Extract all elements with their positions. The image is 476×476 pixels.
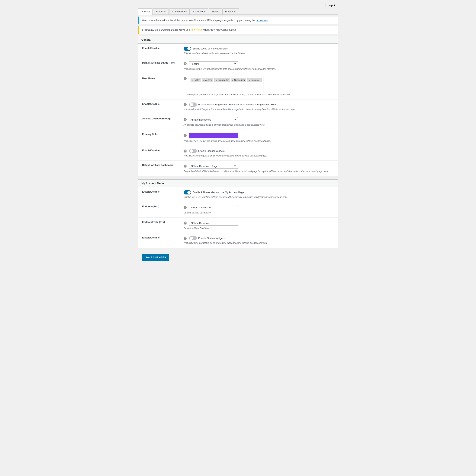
help-icon-enable-disable-3[interactable]: ? bbox=[183, 150, 187, 153]
tag-subscriber: ×Subscriber bbox=[231, 78, 246, 82]
field-enable-disable-3: ? Enable Sidebar Widgets This allows the… bbox=[180, 146, 338, 160]
field-enable-disable-1: Enable WooCommerce Affiliates This allow… bbox=[180, 44, 338, 58]
help-icon-endpoint-pro[interactable]: ? bbox=[183, 206, 187, 209]
settings-row-enable-disable-3: Enable/Disable ? Enable Sidebar Widgets … bbox=[138, 146, 338, 160]
settings-row-enable-disable-2: Enable/Disable ? Enable Affiliate Regist… bbox=[138, 99, 338, 114]
help-icon-user-roles[interactable]: ? bbox=[183, 77, 187, 80]
select-default-affiliate-status[interactable]: PendingActiveInactive bbox=[189, 61, 238, 66]
label-enable-disable-5: Enable/Disable bbox=[138, 233, 180, 248]
label-default-affiliate-dashboard: Default Affiliate Dashboard bbox=[138, 160, 180, 176]
desc-enable-disable-4: Disable this if you want the affiliate d… bbox=[183, 195, 334, 199]
tab-shortcodes[interactable]: Shortcodes bbox=[190, 8, 208, 15]
label-enable-disable-3: Enable/Disable bbox=[138, 146, 180, 160]
field-endpoint-pro: ? Default: affiliate-dashboard bbox=[180, 202, 338, 217]
label-user-roles: User Roles bbox=[138, 74, 180, 99]
toggle-enable-disable-3[interactable] bbox=[189, 149, 197, 153]
settings-row-enable-disable-1: Enable/Disable Enable WooCommerce Affili… bbox=[138, 44, 338, 58]
label-primary-color: Primary Color bbox=[138, 130, 180, 146]
settings-row-enable-disable-4: Enable/Disable Enable Affiliates Menu on… bbox=[138, 187, 338, 202]
label-default-affiliate-status: Default Affiliate Status [Pro] bbox=[138, 58, 180, 74]
tab-endpoints[interactable]: Endpoints bbox=[222, 8, 239, 15]
label-enable-disable-1: Enable/Disable bbox=[138, 44, 180, 58]
desc-endpoint-pro: Default: affiliate-dashboard bbox=[183, 211, 334, 214]
help-icon-affiliate-dashboard-page[interactable]: ? bbox=[183, 118, 187, 121]
section-my-account-menu: My Account MenuEnable/Disable Enable Aff… bbox=[138, 179, 338, 248]
tab-general[interactable]: General bbox=[138, 8, 152, 15]
pro-version-link[interactable]: pro version bbox=[256, 19, 268, 22]
settings-row-endpoint-pro: Endpoint [Pro] ? Default: affiliate-dash… bbox=[138, 202, 338, 217]
help-icon-enable-disable-2[interactable]: ? bbox=[183, 103, 187, 106]
desc-endpoint-title-pro: Default: Affiliate Dashboard bbox=[183, 227, 334, 230]
toggle-enable-disable-2[interactable] bbox=[189, 102, 197, 107]
rating-notice: If you really like our plugin, please le… bbox=[138, 26, 338, 34]
toggle-enable-disable-4[interactable] bbox=[183, 190, 191, 194]
tag-remove-editor[interactable]: × bbox=[192, 79, 193, 81]
pro-notice: Want more advanced functionalities in yo… bbox=[138, 17, 338, 24]
field-affiliate-dashboard-page: ? Affiliate Dashboard An affiliate dashb… bbox=[180, 114, 338, 130]
help-icon-enable-disable-5[interactable]: ? bbox=[183, 237, 187, 240]
field-default-affiliate-dashboard: ? Affiliate Dashboard PageMy Account Pag… bbox=[180, 160, 338, 176]
settings-row-affiliate-dashboard-page: Affiliate Dashboard Page ? Affiliate Das… bbox=[138, 114, 338, 130]
settings-row-primary-color: Primary Color ? This color gets used in … bbox=[138, 130, 338, 146]
desc-default-affiliate-status: This affiliate status will get assigned … bbox=[183, 67, 334, 71]
settings-row-user-roles: User Roles ? ×Editor×Author×Contributor×… bbox=[138, 74, 338, 99]
label-affiliate-dashboard-page: Affiliate Dashboard Page bbox=[138, 114, 180, 130]
toggle-label-enable-disable-1: Enable WooCommerce Affiliates bbox=[193, 47, 228, 50]
settings-row-enable-disable-5: Enable/Disable ? Enable Sidebar Widgets … bbox=[138, 233, 338, 248]
help-button[interactable]: Help ▼ bbox=[326, 3, 338, 7]
field-default-affiliate-status: ? PendingActiveInactive This affiliate s… bbox=[180, 58, 338, 74]
desc-enable-disable-2: You can disable this option if you want … bbox=[183, 108, 334, 111]
nav-tabs: GeneralReferralsCommissionsShortcodesEma… bbox=[138, 8, 338, 15]
section-header-my-account-menu: My Account Menu bbox=[138, 180, 338, 187]
label-endpoint-title-pro: Endpoint Title [Pro] bbox=[138, 217, 180, 233]
help-icon-default-affiliate-status[interactable]: ? bbox=[183, 62, 187, 65]
desc-primary-color: This color gets used in the styling of s… bbox=[183, 139, 334, 143]
help-icon-default-affiliate-dashboard[interactable]: ? bbox=[183, 165, 187, 168]
desc-affiliate-dashboard-page: An affiliate dashboard page is already c… bbox=[183, 123, 334, 127]
settings-row-default-affiliate-status: Default Affiliate Status [Pro] ? Pending… bbox=[138, 58, 338, 74]
desc-enable-disable-3: This allows the widgets to be shown on t… bbox=[183, 154, 334, 157]
settings-row-default-affiliate-dashboard: Default Affiliate Dashboard ? Affiliate … bbox=[138, 160, 338, 176]
field-primary-color: ? This color gets used in the styling of… bbox=[180, 130, 338, 146]
tab-commissions[interactable]: Commissions bbox=[169, 8, 190, 15]
tag-author: ×Author bbox=[202, 78, 213, 82]
tag-contributor: ×Contributor bbox=[214, 78, 230, 82]
tag-remove-author[interactable]: × bbox=[203, 79, 204, 81]
toggle-label-enable-disable-3: Enable Sidebar Widgets bbox=[198, 150, 224, 152]
tab-referrals[interactable]: Referrals bbox=[153, 8, 169, 15]
tag-remove-customer[interactable]: × bbox=[249, 79, 250, 81]
tag-remove-subscriber[interactable]: × bbox=[232, 79, 233, 81]
label-endpoint-pro: Endpoint [Pro] bbox=[138, 202, 180, 217]
desc-user-roles: Leave empty if you don't want to provide… bbox=[183, 93, 334, 96]
select-affiliate-dashboard-page[interactable]: Affiliate Dashboard bbox=[189, 117, 238, 122]
field-endpoint-title-pro: ? Default: Affiliate Dashboard bbox=[180, 217, 338, 233]
field-enable-disable-4: Enable Affiliates Menu on the My Account… bbox=[180, 187, 338, 202]
section-general: GeneralEnable/Disable Enable WooCommerce… bbox=[138, 36, 338, 176]
top-bar: Help ▼ bbox=[138, 2, 338, 8]
label-enable-disable-4: Enable/Disable bbox=[138, 187, 180, 202]
label-enable-disable-2: Enable/Disable bbox=[138, 99, 180, 114]
input-endpoint-title-pro[interactable] bbox=[189, 221, 238, 226]
section-header-general: General bbox=[138, 36, 338, 44]
toggle-label-enable-disable-5: Enable Sidebar Widgets bbox=[198, 237, 224, 239]
tab-emails[interactable]: Emails bbox=[209, 8, 222, 15]
toggle-enable-disable-5[interactable] bbox=[189, 236, 197, 240]
tag-customer: ×Customer bbox=[247, 78, 261, 82]
tags-container-user-roles[interactable]: ×Editor×Author×Contributor×Subscriber×Cu… bbox=[189, 77, 263, 92]
field-enable-disable-5: ? Enable Sidebar Widgets This allows the… bbox=[180, 233, 338, 248]
desc-default-affiliate-dashboard: Select the default affiliate dashboard u… bbox=[183, 170, 334, 173]
input-endpoint-pro[interactable] bbox=[189, 205, 238, 210]
color-input-primary-color[interactable] bbox=[189, 133, 238, 138]
select-default-affiliate-dashboard[interactable]: Affiliate Dashboard PageMy Account Page bbox=[189, 164, 238, 169]
desc-enable-disable-5: This allows the widgets to be shown on t… bbox=[183, 241, 334, 245]
tag-remove-contributor[interactable]: × bbox=[216, 79, 217, 81]
settings-row-endpoint-title-pro: Endpoint Title [Pro] ? Default: Affiliat… bbox=[138, 217, 338, 233]
desc-enable-disable-1: This allows the module functionality to … bbox=[183, 52, 334, 55]
help-icon-endpoint-title-pro[interactable]: ? bbox=[183, 221, 187, 224]
help-icon-primary-color[interactable]: ? bbox=[183, 134, 187, 137]
save-button[interactable]: SAVE CHANGES bbox=[142, 254, 169, 261]
toggle-enable-disable-1[interactable] bbox=[183, 47, 191, 51]
toggle-label-enable-disable-2: Enable Affiliate Registration Fields on … bbox=[198, 103, 277, 106]
field-user-roles: ? ×Editor×Author×Contributor×Subscriber×… bbox=[180, 74, 338, 99]
field-enable-disable-2: ? Enable Affiliate Registration Fields o… bbox=[180, 99, 338, 114]
